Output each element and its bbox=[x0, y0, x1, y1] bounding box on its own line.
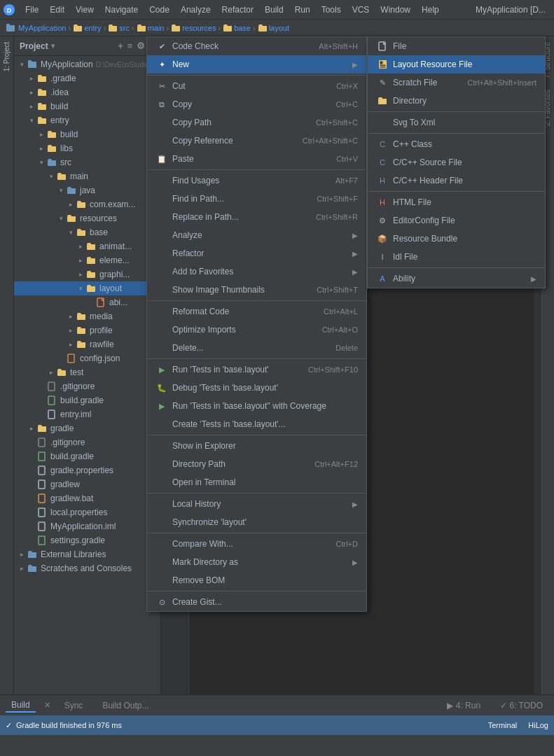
ctx-item-optimize[interactable]: Optimize Imports Ctrl+Alt+O bbox=[147, 321, 366, 339]
ctx-item-run-coverage[interactable]: ▶ Run 'Tests in 'base.layout'' with Cove… bbox=[147, 397, 366, 415]
bottom-tab-sync[interactable]: Sync bbox=[59, 699, 89, 712]
tree-item-root-buildgradle[interactable]: build.gradle bbox=[14, 449, 160, 463]
tree-item-entry-libs[interactable]: ▸ libs bbox=[14, 141, 160, 155]
ctx-item-reformat[interactable]: Reformat Code Ctrl+Alt+L bbox=[147, 302, 366, 321]
ctx-item-copy-ref[interactable]: Copy Reference Ctrl+Alt+Shift+C bbox=[147, 132, 366, 150]
menu-edit[interactable]: Edit bbox=[44, 3, 70, 17]
tree-item-gradle[interactable]: ▸ .gradle bbox=[14, 71, 160, 85]
tree-item-abi[interactable]: abi... bbox=[14, 295, 160, 309]
bottom-tab-todo[interactable]: ✓ 6: TODO bbox=[494, 699, 548, 712]
ctx-item-find-in-path[interactable]: Find in Path... Ctrl+Shift+F bbox=[147, 190, 366, 208]
tree-item-root-gradleprop[interactable]: gradle.properties bbox=[14, 463, 160, 477]
tree-item-scratches[interactable]: ▸ Scratches and Consoles bbox=[14, 561, 160, 575]
tree-item-entry-base[interactable]: ▾ base bbox=[14, 225, 160, 239]
menu-window[interactable]: Window bbox=[375, 3, 416, 17]
ctx-item-show-thumbnails[interactable]: Show Image Thumbnails Ctrl+Shift+T bbox=[147, 281, 366, 299]
submenu-item-file[interactable]: File bbox=[368, 37, 545, 55]
submenu-item-idl[interactable]: I Idl File bbox=[368, 248, 545, 266]
tree-item-entry-src[interactable]: ▾ src bbox=[14, 155, 160, 169]
breadcrumb-item-1[interactable]: entry bbox=[84, 24, 101, 32]
ctx-item-refactor[interactable]: Refactor ▶ bbox=[147, 244, 366, 262]
ctx-item-remove-bom[interactable]: Remove BOM bbox=[147, 571, 366, 589]
tree-item-entry-java[interactable]: ▾ java bbox=[14, 183, 160, 197]
bottom-tab-sync-close[interactable]: ✕ bbox=[44, 701, 50, 710]
menu-vcs[interactable]: VCS bbox=[347, 3, 375, 17]
submenu-item-cpp-header[interactable]: H C/C++ Header File bbox=[368, 172, 545, 190]
menu-view[interactable]: View bbox=[70, 3, 99, 17]
ctx-item-compare-with[interactable]: Compare With... Ctrl+D bbox=[147, 535, 366, 553]
ctx-item-replace-path[interactable]: Replace in Path... Ctrl+Shift+R bbox=[147, 208, 366, 226]
tree-item-entry-main[interactable]: ▾ main bbox=[14, 169, 160, 183]
ctx-item-copy-path[interactable]: Copy Path Ctrl+Shift+C bbox=[147, 113, 366, 132]
menu-run[interactable]: Run bbox=[289, 3, 316, 17]
submenu-item-directory[interactable]: Directory bbox=[368, 92, 545, 110]
menu-build[interactable]: Build bbox=[259, 3, 289, 17]
ctx-item-create-tests[interactable]: Create 'Tests in 'base.layout'... bbox=[147, 415, 366, 433]
submenu-item-svg-to-xml[interactable]: Svg To Xml bbox=[368, 113, 545, 132]
status-hilog[interactable]: HiLog bbox=[528, 721, 548, 729]
tree-item-graphi[interactable]: ▸ graphi... bbox=[14, 267, 160, 281]
ctx-item-copy[interactable]: ⧉ Copy Ctrl+C bbox=[147, 95, 366, 113]
submenu-item-ability[interactable]: A Ability ▶ bbox=[368, 270, 545, 288]
ctx-item-open-terminal[interactable]: Open in Terminal bbox=[147, 473, 366, 491]
breadcrumb-item-0[interactable]: MyApplication bbox=[18, 24, 66, 32]
bottom-tab-build[interactable]: Build bbox=[6, 699, 36, 713]
submenu-item-layout-resource[interactable]: Layout Resource File bbox=[368, 55, 545, 74]
panel-dropdown-icon[interactable]: ▾ bbox=[51, 42, 55, 50]
panel-settings-icon[interactable]: ⚙ bbox=[137, 41, 145, 51]
ctx-item-local-history[interactable]: Local History ▶ bbox=[147, 495, 366, 513]
tree-item-entry-buildgradle[interactable]: build.gradle bbox=[14, 393, 160, 407]
ctx-item-analyze[interactable]: Analyze ▶ bbox=[147, 226, 366, 244]
ctx-item-add-favorites[interactable]: Add to Favorites ▶ bbox=[147, 262, 366, 281]
tree-item-root-localprop[interactable]: local.properties bbox=[14, 505, 160, 519]
tree-item-entry-iml[interactable]: entry.iml bbox=[14, 407, 160, 421]
ctx-item-find-usages[interactable]: Find Usages Alt+F7 bbox=[147, 172, 366, 190]
panel-add-icon[interactable]: + bbox=[118, 41, 123, 51]
panel-layout-icon[interactable]: ≡ bbox=[127, 41, 133, 51]
menu-code[interactable]: Code bbox=[144, 3, 175, 17]
menu-file[interactable]: File bbox=[20, 3, 44, 17]
menu-help[interactable]: Help bbox=[416, 3, 445, 17]
tree-item-root-gitignore[interactable]: .gitignore bbox=[14, 435, 160, 449]
tree-item-entry-build[interactable]: ▸ build bbox=[14, 127, 160, 141]
breadcrumb-item-5[interactable]: base bbox=[234, 24, 251, 32]
tree-item-myapp[interactable]: ▾ MyApplication D:\DevEcoStudioProjects\… bbox=[14, 57, 160, 71]
tree-item-layout[interactable]: ▾ layout bbox=[14, 281, 160, 295]
tree-item-root-gradlewbat[interactable]: gradlew.bat bbox=[14, 491, 160, 505]
menu-refactor[interactable]: Refactor bbox=[216, 3, 259, 17]
menu-navigate[interactable]: Navigate bbox=[99, 3, 144, 17]
submenu-item-cpp-source[interactable]: C C/C++ Source File bbox=[368, 153, 545, 172]
ctx-item-show-explorer[interactable]: Show in Explorer bbox=[147, 437, 366, 455]
tree-item-media[interactable]: ▸ media bbox=[14, 309, 160, 323]
breadcrumb-item-2[interactable]: src bbox=[119, 24, 130, 32]
tree-item-config[interactable]: config.json bbox=[14, 351, 160, 365]
ctx-item-dir-path[interactable]: Directory Path Ctrl+Alt+F12 bbox=[147, 455, 366, 473]
tree-item-root-gradlew[interactable]: gradlew bbox=[14, 477, 160, 491]
ctx-item-cut[interactable]: ✂ Cut Ctrl+X bbox=[147, 77, 366, 95]
tree-item-rawfile[interactable]: ▸ rawfile bbox=[14, 337, 160, 351]
breadcrumb-item-3[interactable]: main bbox=[148, 24, 165, 32]
ctx-item-create-gist[interactable]: ⊙ Create Gist... bbox=[147, 593, 366, 611]
submenu-item-cpp-class[interactable]: C C++ Class bbox=[368, 135, 545, 153]
ctx-item-delete[interactable]: Delete... Delete bbox=[147, 339, 366, 357]
ctx-item-synchronize[interactable]: Synchronize 'layout' bbox=[147, 513, 366, 531]
tree-item-extlibs[interactable]: ▸ External Libraries bbox=[14, 547, 160, 561]
tree-item-build-root[interactable]: ▸ build bbox=[14, 99, 160, 113]
submenu-item-editorconfig[interactable]: ⚙ EditorConfig File bbox=[368, 211, 545, 230]
tree-item-root-myappiml[interactable]: MyApplication.iml bbox=[14, 519, 160, 533]
breadcrumb-item-6[interactable]: layout bbox=[269, 24, 289, 32]
ctx-item-debug-tests[interactable]: 🐛 Debug 'Tests in 'base.layout' bbox=[147, 379, 366, 397]
tree-item-entry-comexam[interactable]: ▸ com.exam... bbox=[14, 197, 160, 211]
tree-item-profile[interactable]: ▸ profile bbox=[14, 323, 160, 337]
menu-analyze[interactable]: Analyze bbox=[175, 3, 216, 17]
tree-item-gradle2[interactable]: ▸ gradle bbox=[14, 421, 160, 435]
tree-item-entry-resources[interactable]: ▾ resources bbox=[14, 211, 160, 225]
tree-item-root-settings[interactable]: settings.gradle bbox=[14, 533, 160, 547]
breadcrumb-item-4[interactable]: resources bbox=[182, 24, 216, 32]
ctx-item-code-check[interactable]: ✔ Code Check Alt+Shift+H bbox=[147, 37, 366, 55]
sidebar-tab-project[interactable]: 1: Project bbox=[1, 36, 13, 77]
tree-item-animat[interactable]: ▸ animat... bbox=[14, 239, 160, 253]
tree-item-eleme[interactable]: ▸ eleme... bbox=[14, 253, 160, 267]
tree-item-entry-gitignore[interactable]: .gitignore bbox=[14, 379, 160, 393]
submenu-item-scratch[interactable]: ✎ Scratch File Ctrl+Alt+Shift+Insert bbox=[368, 74, 545, 92]
